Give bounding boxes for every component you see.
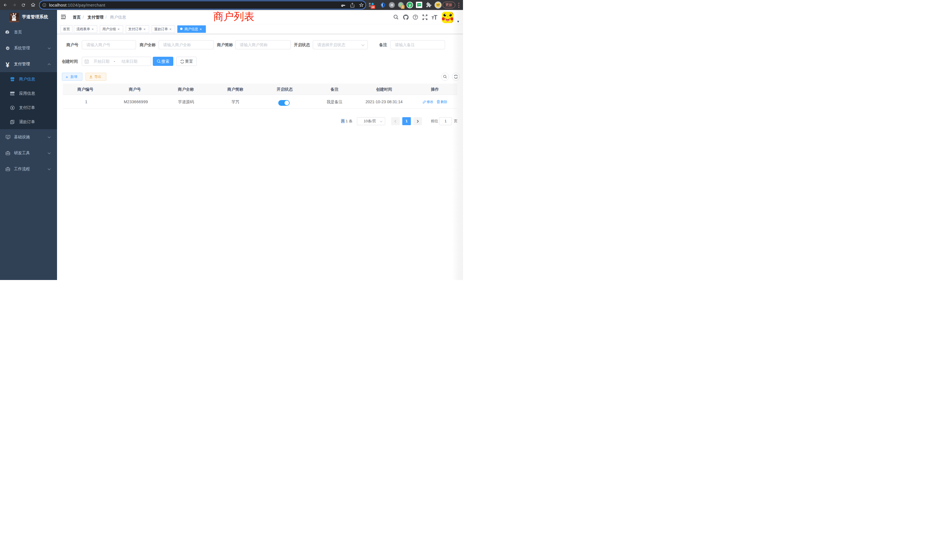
svg-text:⌘: ⌘	[390, 3, 394, 7]
svg-text:y: y	[409, 3, 411, 7]
